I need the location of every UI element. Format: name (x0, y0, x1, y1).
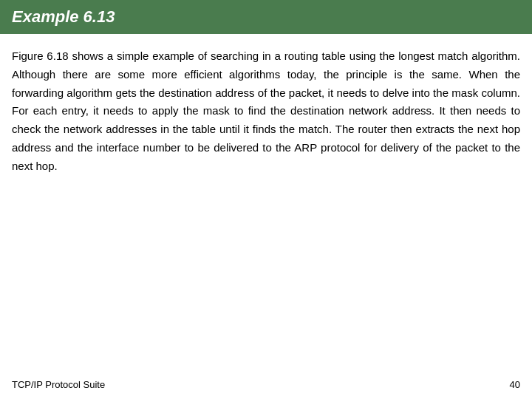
footer-page-number: 40 (510, 379, 520, 390)
content-area: Figure 6.18 shows a simple example of se… (0, 34, 532, 187)
header-title: Example 6.13 (12, 7, 115, 27)
body-paragraph: Figure 6.18 shows a simple example of se… (12, 47, 520, 175)
footer-left-label: TCP/IP Protocol Suite (12, 379, 105, 390)
footer: TCP/IP Protocol Suite 40 (12, 379, 520, 390)
header-bar: Example 6.13 (0, 0, 532, 34)
